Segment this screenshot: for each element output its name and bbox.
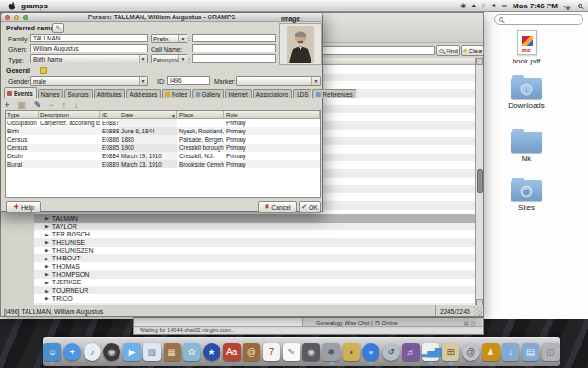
displays-icon[interactable]: ▭ [501,2,507,9]
airport-icon[interactable] [563,2,572,10]
dialog-tab[interactable]: Addresses [126,89,161,98]
dock-icon-garageband[interactable]: ♬ [402,343,420,361]
col-type[interactable]: Type [6,111,39,118]
portrait-image[interactable] [279,23,322,65]
surname-row[interactable]: ▶ TAYLOR [34,223,477,231]
edit-event-icon[interactable]: ✎ [34,100,41,109]
resize-grip[interactable] [474,307,482,316]
family-input[interactable]: TALLMAN [30,34,148,42]
expander-icon[interactable]: ▶ [45,288,49,293]
dock-icon-ichat[interactable]: ▶ [123,343,141,361]
move-down-icon[interactable]: ↓ [74,100,79,109]
dock-icon-itunes[interactable]: ♪ [84,343,101,361]
dialog-tab[interactable]: LDS [293,89,311,98]
expander-icon[interactable]: ▶ [45,271,49,277]
event-row[interactable]: Burial E0889 March 23, 1910 Brookside Ce… [6,160,320,168]
desktop-icon-downloads[interactable]: ↓ Downloads [494,78,559,109]
active-app-menu[interactable]: gramps [21,2,48,10]
surname-row[interactable]: ▶ TJERKSE [34,279,477,287]
surname-row[interactable]: ▶ TOURNEUR [34,286,477,294]
col-place[interactable]: Place [177,111,224,118]
dock-icon-dvd-player[interactable]: ◗ [343,343,360,361]
dock-icon-time-machine[interactable]: ↺ [382,343,400,361]
event-row[interactable]: Occupation Carpenter, according to 1... … [6,119,320,127]
dialog-tab[interactable]: References [312,89,356,98]
spotlight-icon[interactable] [578,4,582,8]
universal-access-icon[interactable]: ◉ [460,2,466,9]
surname-row[interactable]: ▶ TER BOSCH [34,230,477,238]
dock-icon-iphoto[interactable]: ✿ [183,343,200,361]
dock-icon-c3po[interactable]: ♟ [482,343,500,361]
dock-icon-preview[interactable]: ▨ [143,343,161,361]
surname-row[interactable]: ▶ THOMPSON [34,270,477,279]
dock-icon-downloads-folder[interactable]: ↓ [502,343,519,361]
dock-icon-gramps-tree[interactable]: ⊞ [442,343,459,361]
expander-icon[interactable]: ▶ [45,256,49,261]
prefix-dropdown[interactable]: Prefix ▼ [151,34,187,43]
privacy-icon[interactable] [40,67,47,74]
dialog-tab[interactable]: Gallery [192,89,224,98]
marker-dropdown[interactable]: ▼ [236,76,321,86]
expander-icon[interactable]: ▶ [45,263,49,269]
chat-bubble-icon[interactable]: ◳ [471,320,476,326]
desktop-icon-mk[interactable]: Mk [494,132,559,163]
expander-icon[interactable]: ▶ [45,247,49,253]
ok-button[interactable]: ✔ OK [299,201,321,213]
dock-icon-blue-orb[interactable]: ● [362,343,379,361]
dialog-tab[interactable]: Names [38,89,63,98]
move-up-icon[interactable]: ↑ [62,100,67,109]
dialog-tab[interactable]: Associations [253,89,292,98]
event-row[interactable]: Census E0886 1880 Palisade, Bergen, Ne..… [6,135,320,144]
col-date[interactable]: Date▼ [119,111,177,118]
dock-icon-finder[interactable]: ☺ [43,343,61,361]
dock-icon-trash[interactable]: ◫ [542,343,560,361]
eject-icon[interactable]: ▲ [470,2,477,9]
patronymic-input[interactable] [192,54,276,63]
dock-icon-chart-app[interactable]: ▂▅▇ [422,343,439,361]
col-role[interactable]: Role [224,111,320,118]
col-id[interactable]: ID [100,111,119,118]
find-button[interactable]: Find [436,45,460,56]
volume-icon[interactable]: ◄ [491,2,497,9]
surname-row[interactable]: ▶ TALMAN [34,214,477,223]
cancel-button[interactable]: ✖ Cancel [258,201,297,213]
dock-icon-textedit[interactable]: ✎ [283,343,300,361]
event-row[interactable]: Death E0884 March 19, 1910 Cresskill, N.… [6,152,320,160]
dock-icon-photo-booth[interactable]: ◉ [302,343,320,361]
clear-button[interactable]: Clear [461,45,484,56]
event-row[interactable]: Birth E0888 June 6, 1844 Nyack, Rockland… [6,127,320,135]
dialog-tab[interactable]: Internet [225,89,252,98]
desktop-icon-sites[interactable]: @ Sites [494,180,559,212]
dialog-tab[interactable]: Notes [162,89,190,98]
expander-icon[interactable]: ▶ [45,232,49,237]
dialog-title-bar[interactable]: Person: TALLMAN, William Augustus - GRAM… [1,13,322,22]
desktop-icon-book-pdf[interactable]: PDF book.pdf [494,30,559,65]
dock-icon-ical[interactable]: 7 [263,343,280,361]
surname-row[interactable]: ▶ THEUNISZEN [34,247,477,255]
dialog-tab[interactable]: Sources [64,89,93,98]
edit-name-button[interactable]: ✎ [52,23,64,33]
expander-icon[interactable]: ▶ [45,215,49,221]
add-event-icon[interactable]: + [5,100,9,109]
surname-row[interactable]: ▶ THIBOUT [34,254,477,262]
expander-icon[interactable]: ▶ [45,280,49,285]
dock-icon-compass[interactable]: ◉ [103,343,120,361]
chat-sound-icon[interactable]: ↓ [479,320,481,326]
share-event-icon[interactable]: ▣ [17,100,26,109]
dock-icon-documents-folder[interactable]: ▤ [522,343,539,361]
dialog-tab[interactable]: Events [4,87,37,98]
surname-row[interactable]: ▶ THEUNISE [34,238,477,247]
dock-icon-photos-stack[interactable]: ▦ [164,343,181,361]
dock-icon-safari[interactable]: ✦ [63,343,81,361]
dock-icon-system-preferences[interactable]: ✱ [322,343,340,361]
expander-icon[interactable]: ▶ [45,224,49,229]
remove-event-icon[interactable]: − [49,100,53,109]
surname-row[interactable]: ▶ THOMAS [34,262,477,270]
patronymic-dropdown[interactable]: Patronymic ▼ [151,54,187,63]
id-input[interactable]: I496 [167,76,210,85]
vertical-scrollbar[interactable] [475,58,483,306]
bluetooth-icon[interactable]: ○ [481,2,485,9]
given-input[interactable]: William Augustus [30,44,148,52]
dock-icon-front-row[interactable]: ★ [203,343,220,361]
surname-row[interactable]: ▶ TRICO [34,294,477,303]
